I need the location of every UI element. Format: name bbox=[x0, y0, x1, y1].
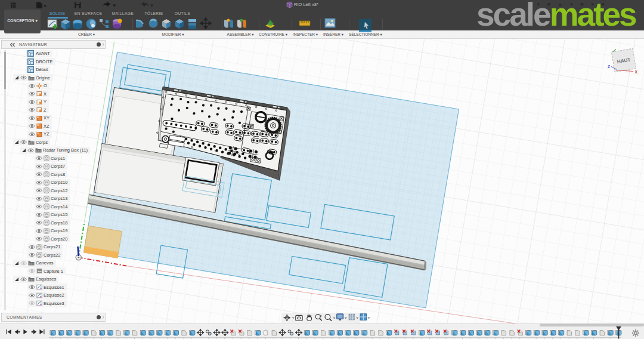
svg-text:X: X bbox=[635, 70, 638, 74]
svg-text:Z: Z bbox=[608, 64, 610, 69]
